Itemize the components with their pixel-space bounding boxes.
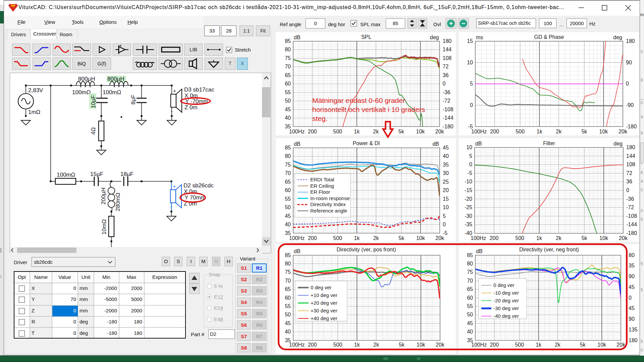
svg-text:144: 144 <box>443 47 452 52</box>
svg-text:60: 60 <box>285 187 291 193</box>
svg-text:70: 70 <box>285 64 291 69</box>
svg-text:D2 sb26cdc: D2 sb26cdc <box>183 182 214 189</box>
svg-text:45: 45 <box>285 107 291 112</box>
svg-text:ER Floor: ER Floor <box>310 189 330 195</box>
svg-text:-144: -144 <box>626 222 637 227</box>
svg-text:85: 85 <box>285 38 291 44</box>
svg-text:ms: ms <box>476 35 483 40</box>
svg-text:500: 500 <box>333 129 342 134</box>
svg-text:0: 0 <box>469 162 472 167</box>
svg-text:50: 50 <box>285 204 291 210</box>
svg-text:40: 40 <box>285 115 291 121</box>
svg-text:100Hz: 100Hz <box>289 235 305 241</box>
svg-text:55: 55 <box>285 196 291 202</box>
svg-text:10µF: 10µF <box>90 95 97 108</box>
svg-text:-90: -90 <box>626 102 634 108</box>
svg-text:40: 40 <box>285 222 291 227</box>
svg-text:+: + <box>173 88 176 94</box>
svg-text:80: 80 <box>629 252 635 258</box>
svg-text:+: + <box>449 20 453 27</box>
svg-text:30: 30 <box>443 170 449 176</box>
svg-text:10mΩ: 10mΩ <box>101 219 107 235</box>
svg-text:35: 35 <box>443 162 449 168</box>
svg-text:1mΩ: 1mΩ <box>28 109 40 115</box>
svg-text:5k: 5k <box>398 235 405 241</box>
svg-text:100mΩ: 100mΩ <box>103 89 121 96</box>
svg-text:55: 55 <box>285 89 291 95</box>
svg-text:10: 10 <box>466 144 472 150</box>
svg-text:Reference angle: Reference angle <box>310 208 347 214</box>
svg-text:20: 20 <box>443 187 449 193</box>
svg-text:1k: 1k <box>354 235 360 241</box>
svg-text:-10: -10 <box>465 179 472 184</box>
svg-text:20k: 20k <box>435 129 444 134</box>
svg-text:100mΩ: 100mΩ <box>57 172 75 178</box>
svg-text:ER Ceiling: ER Ceiling <box>310 183 334 189</box>
svg-text:15: 15 <box>467 38 473 44</box>
svg-text:100Hz: 100Hz <box>471 235 486 241</box>
svg-text:-72: -72 <box>443 98 450 104</box>
svg-text:20k: 20k <box>619 235 628 241</box>
svg-text:70: 70 <box>285 170 291 176</box>
svg-text:deg: deg <box>430 35 439 40</box>
svg-text:65: 65 <box>285 179 291 185</box>
svg-text:500: 500 <box>515 235 524 241</box>
svg-text:135: 135 <box>629 327 638 333</box>
svg-text:108: 108 <box>626 162 635 167</box>
svg-text:4Ω: 4Ω <box>90 127 97 135</box>
svg-text:45: 45 <box>629 284 635 290</box>
svg-text:1k: 1k <box>537 129 543 134</box>
svg-text:800µH: 800µH <box>78 76 95 82</box>
svg-text:15µF: 15µF <box>90 171 103 177</box>
svg-text:10k: 10k <box>599 129 608 134</box>
svg-text:-35: -35 <box>465 222 472 227</box>
svg-text:45: 45 <box>443 145 449 150</box>
svg-text:2k: 2k <box>373 235 379 241</box>
svg-text:80: 80 <box>285 47 291 52</box>
svg-text:deg: deg <box>613 141 623 146</box>
svg-text:10k: 10k <box>599 235 608 241</box>
svg-text:0: 0 <box>443 222 446 227</box>
svg-text:85: 85 <box>285 145 291 150</box>
svg-text:20k: 20k <box>619 129 628 134</box>
svg-text:-108: -108 <box>626 213 637 219</box>
svg-text:108: 108 <box>443 55 452 61</box>
svg-text:Directivity Index: Directivity Index <box>310 201 346 207</box>
svg-text:90: 90 <box>629 316 635 322</box>
svg-text:75: 75 <box>285 162 291 168</box>
svg-text:180: 180 <box>626 38 635 44</box>
svg-text:2k: 2k <box>556 129 562 134</box>
svg-text:1k: 1k <box>536 235 542 241</box>
svg-text:0: 0 <box>629 295 632 301</box>
svg-text:-: - <box>171 108 173 114</box>
svg-text:8µF: 8µF <box>130 95 137 105</box>
svg-text:-25: -25 <box>465 204 472 210</box>
svg-text:5: 5 <box>469 153 472 159</box>
svg-text:0: 0 <box>443 81 446 86</box>
svg-text:65: 65 <box>285 72 291 78</box>
svg-text:-108: -108 <box>443 107 453 112</box>
svg-text:10: 10 <box>443 204 449 210</box>
svg-text:500: 500 <box>516 129 525 134</box>
svg-text:1k: 1k <box>354 129 360 134</box>
svg-text:200µH: 200µH <box>100 188 107 204</box>
svg-text:75: 75 <box>285 55 291 61</box>
svg-text:200: 200 <box>308 129 317 134</box>
svg-text:144: 144 <box>626 153 635 159</box>
svg-text:0: 0 <box>626 81 629 86</box>
svg-text:-72: -72 <box>626 204 634 210</box>
svg-text:20k: 20k <box>435 235 444 241</box>
svg-text:-36: -36 <box>443 89 450 95</box>
svg-text:50: 50 <box>285 98 291 104</box>
svg-text:-180: -180 <box>626 230 637 236</box>
svg-text:dB: dB <box>475 141 482 146</box>
svg-text:Power & DI: Power & DI <box>353 140 380 146</box>
svg-text:25: 25 <box>443 179 449 185</box>
svg-text:ERDI Total: ERDI Total <box>310 177 334 182</box>
svg-text:40: 40 <box>443 153 449 159</box>
svg-text:60: 60 <box>285 81 291 86</box>
svg-text:+: + <box>173 183 176 189</box>
svg-text:35: 35 <box>629 263 635 268</box>
svg-text:90: 90 <box>629 274 635 279</box>
svg-text:280mΩ: 280mΩ <box>115 193 121 211</box>
